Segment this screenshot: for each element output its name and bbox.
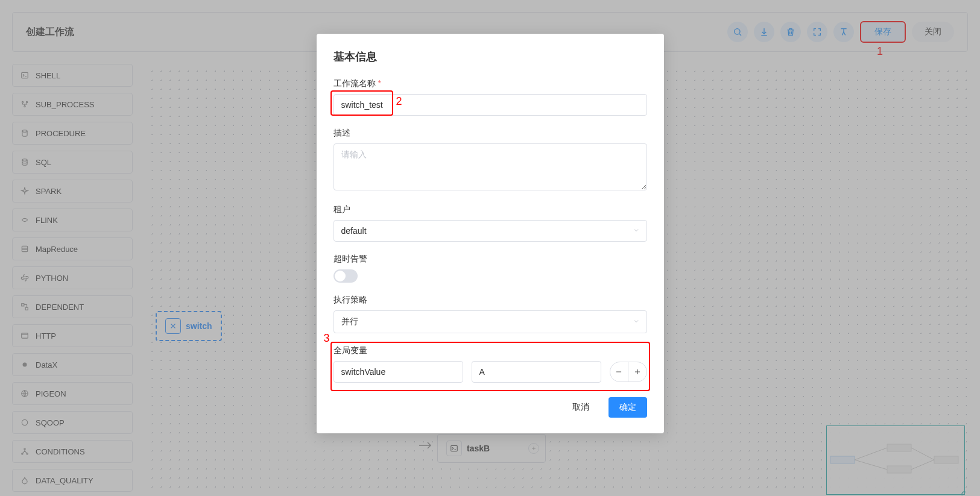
- tenant-group: 租户 default: [334, 204, 647, 242]
- confirm-button[interactable]: 确定: [609, 397, 647, 418]
- globals-group: 全局变量: [334, 345, 647, 383]
- globals-label: 全局变量: [334, 345, 367, 356]
- required-asterisk: *: [378, 78, 381, 88]
- modal-footer: 取消 确定: [334, 397, 647, 418]
- remove-global-button[interactable]: [610, 362, 628, 381]
- strategy-group: 执行策略 并行 3: [334, 295, 647, 333]
- tenant-select-value: default: [334, 220, 647, 242]
- globals-row: [334, 361, 647, 383]
- description-textarea[interactable]: [334, 143, 647, 190]
- add-global-button[interactable]: [628, 362, 646, 381]
- basic-info-modal: 基本信息 工作流名称* 2 描述 租户 default 超时告警 执行策略 并行: [317, 34, 664, 433]
- workflow-name-label: 工作流名称: [334, 78, 376, 89]
- tenant-label: 租户: [334, 204, 350, 215]
- tenant-select[interactable]: default: [334, 220, 647, 242]
- timeout-toggle[interactable]: [334, 269, 358, 283]
- modal-title: 基本信息: [334, 49, 647, 64]
- plus-icon: [633, 368, 642, 376]
- toggle-knob: [335, 271, 346, 281]
- workflow-name-input[interactable]: [334, 94, 647, 116]
- minus-icon: [615, 368, 623, 376]
- modal-overlay[interactable]: 基本信息 工作流名称* 2 描述 租户 default 超时告警 执行策略 并行: [0, 0, 980, 496]
- annotation-3: 3: [324, 332, 330, 345]
- workflow-name-group: 工作流名称* 2: [334, 78, 647, 116]
- global-value-input[interactable]: [472, 361, 601, 383]
- strategy-select[interactable]: 并行: [334, 310, 647, 333]
- timeout-label: 超时告警: [334, 254, 367, 265]
- global-key-input[interactable]: [334, 361, 463, 383]
- cancel-button[interactable]: 取消: [561, 397, 600, 418]
- strategy-label: 执行策略: [334, 295, 367, 306]
- globals-pm-group: [610, 362, 647, 382]
- strategy-select-value: 并行: [334, 310, 647, 333]
- annotation-2: 2: [396, 95, 402, 108]
- description-group: 描述: [334, 128, 647, 192]
- timeout-group: 超时告警: [334, 254, 647, 283]
- description-label: 描述: [334, 128, 350, 139]
